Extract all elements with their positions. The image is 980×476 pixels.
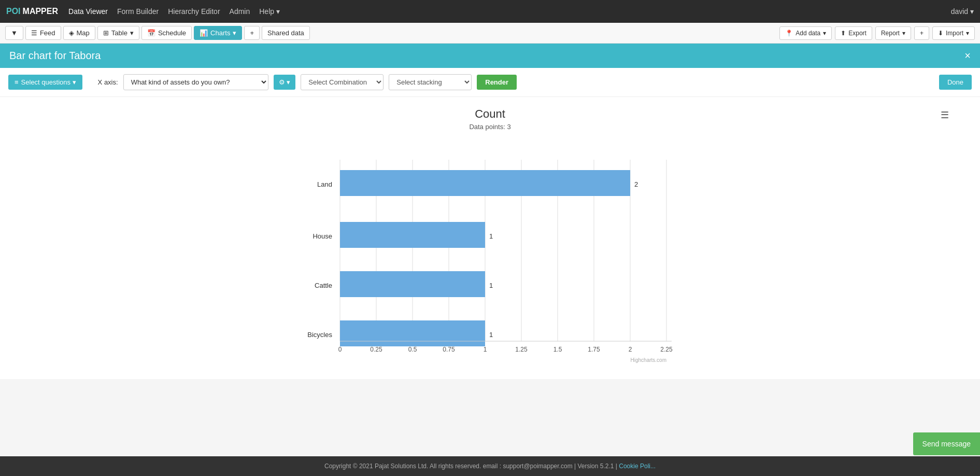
toolbar-right: 📍 Add data ▾ ⬆ Export Report ▾ + ⬇ Impor… bbox=[779, 26, 975, 40]
chart-main-title: Count bbox=[475, 107, 505, 121]
filter-icon: ▼ bbox=[11, 29, 18, 37]
nav-admin[interactable]: Admin bbox=[230, 7, 250, 16]
chart-title-text: Bar chart for Tabora bbox=[9, 50, 101, 62]
close-chart-button[interactable]: × bbox=[964, 50, 971, 62]
table-button[interactable]: ⊞ Table ▾ bbox=[97, 26, 139, 40]
charts-button[interactable]: 📊 Charts ▾ bbox=[194, 26, 242, 40]
filter-button[interactable]: ▼ bbox=[5, 26, 23, 40]
nav-form-builder[interactable]: Form Builder bbox=[117, 7, 159, 16]
x-tick-15: 1.5 bbox=[553, 346, 562, 353]
x-tick-0: 0 bbox=[338, 346, 342, 353]
map-button[interactable]: ◈ Map bbox=[63, 26, 95, 40]
feed-label: Feed bbox=[40, 29, 55, 37]
bar-land bbox=[340, 170, 630, 196]
add-data-icon: 📍 bbox=[785, 30, 793, 37]
map-label: Map bbox=[77, 29, 90, 37]
bar-chart: 2 Land 1 House 1 Cattle 1 Bicycles 0 0.2… bbox=[283, 139, 698, 374]
x-axis-select[interactable]: What kind of assets do you own? bbox=[123, 74, 268, 90]
select-combination-dropdown[interactable]: Select Combination bbox=[301, 74, 384, 90]
table-icon: ⊞ bbox=[103, 29, 109, 37]
x-tick-1: 1 bbox=[483, 346, 487, 353]
schedule-button[interactable]: 📅 Schedule bbox=[141, 26, 192, 40]
shared-data-label: Shared data bbox=[267, 29, 304, 37]
report-label: Report bbox=[881, 30, 900, 37]
shared-data-button[interactable]: Shared data bbox=[262, 26, 310, 40]
add-tab-icon: + bbox=[250, 29, 254, 37]
x-tick-175: 1.75 bbox=[588, 346, 600, 353]
map-icon: ◈ bbox=[69, 29, 74, 37]
x-tick-05: 0.5 bbox=[408, 346, 417, 353]
logo-poi: POI bbox=[6, 7, 21, 16]
feed-button[interactable]: ☰ Feed bbox=[25, 26, 61, 40]
x-tick-2: 2 bbox=[628, 346, 632, 353]
bar-bicycles bbox=[340, 320, 485, 346]
chart-menu-icon[interactable]: ☰ bbox=[941, 109, 949, 121]
report-button[interactable]: Report ▾ bbox=[875, 26, 911, 40]
main-toolbar: ▼ ☰ Feed ◈ Map ⊞ Table ▾ 📅 Schedule 📊 Ch… bbox=[0, 23, 980, 44]
select-stacking-dropdown[interactable]: Select stacking bbox=[389, 74, 472, 90]
done-button[interactable]: Done bbox=[939, 75, 972, 90]
charts-label: Charts bbox=[210, 29, 230, 37]
bar-land-label: 2 bbox=[634, 180, 638, 188]
logo: POIMAPPER bbox=[6, 7, 58, 16]
gear-button[interactable]: ⚙ ▾ bbox=[274, 75, 296, 90]
export-label: Export bbox=[848, 30, 867, 37]
x-tick-075: 0.75 bbox=[443, 346, 455, 353]
logo-mapper: MAPPER bbox=[23, 7, 58, 16]
add-report-button[interactable]: + bbox=[914, 26, 929, 40]
highcharts-watermark: Highcharts.com bbox=[630, 357, 666, 363]
schedule-label: Schedule bbox=[158, 29, 186, 37]
chart-title-bar: Bar chart for Tabora × bbox=[0, 44, 980, 68]
select-questions-label: Select questions ▾ bbox=[21, 78, 76, 86]
import-icon: ⬇ bbox=[938, 30, 943, 37]
data-points-label: Data points: 3 bbox=[10, 123, 970, 131]
add-tab-button[interactable]: + bbox=[244, 26, 260, 40]
user-menu[interactable]: david ▾ bbox=[951, 7, 974, 16]
bar-bicycles-category: Bicycles bbox=[307, 331, 332, 339]
charts-icon: 📊 bbox=[200, 29, 208, 37]
import-button[interactable]: ⬇ Import ▾ bbox=[932, 26, 975, 40]
bar-house bbox=[340, 222, 485, 248]
bar-cattle-category: Cattle bbox=[315, 282, 332, 289]
feed-icon: ☰ bbox=[31, 29, 37, 37]
bar-land-category: Land bbox=[317, 180, 332, 188]
x-axis-label: X axis: bbox=[98, 78, 118, 86]
bar-cattle bbox=[340, 271, 485, 297]
render-button[interactable]: Render bbox=[477, 75, 517, 90]
chart-header: Count ☰ bbox=[10, 107, 970, 121]
add-data-label: Add data bbox=[796, 30, 820, 37]
bar-chart-svg: 2 Land 1 House 1 Cattle 1 Bicycles 0 0.2… bbox=[283, 139, 687, 372]
chart-area: Count ☰ Data points: 3 2 Land 1 House bbox=[0, 97, 980, 379]
schedule-icon: 📅 bbox=[147, 29, 155, 37]
nav-data-viewer[interactable]: Data Viewer bbox=[68, 7, 108, 16]
nav-help[interactable]: Help ▾ bbox=[259, 7, 280, 16]
import-label: Import bbox=[946, 30, 963, 37]
bar-house-category: House bbox=[313, 232, 332, 240]
bar-house-label: 1 bbox=[489, 232, 493, 240]
bar-bicycles-label: 1 bbox=[489, 331, 493, 339]
add-data-button[interactable]: 📍 Add data ▾ bbox=[779, 26, 832, 40]
select-questions-icon: ≡ bbox=[15, 78, 19, 86]
select-questions-button[interactable]: ≡ Select questions ▾ bbox=[8, 75, 82, 90]
gear-icon: ⚙ ▾ bbox=[279, 78, 291, 86]
bar-cattle-label: 1 bbox=[489, 282, 493, 289]
x-tick-225: 2.25 bbox=[660, 346, 673, 353]
export-icon: ⬆ bbox=[841, 30, 846, 37]
export-button[interactable]: ⬆ Export bbox=[835, 26, 872, 40]
chart-controls: ≡ Select questions ▾ X axis: What kind o… bbox=[0, 68, 980, 97]
nav-hierarchy-editor[interactable]: Hierarchy Editor bbox=[168, 7, 220, 16]
table-label: Table bbox=[111, 29, 127, 37]
x-tick-025: 0.25 bbox=[370, 346, 382, 353]
top-navigation: POIMAPPER Data Viewer Form Builder Hiera… bbox=[0, 0, 980, 23]
x-tick-125: 1.25 bbox=[515, 346, 528, 353]
